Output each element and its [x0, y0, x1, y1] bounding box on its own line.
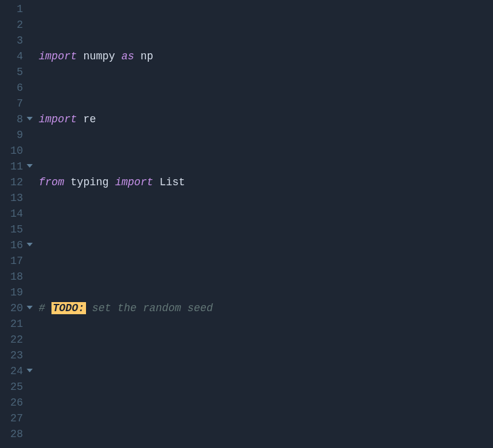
code-editor[interactable]: 1 2 3 4 5 6 7 8 9 10 11 12 13 14 15 16 1… [0, 0, 493, 448]
line-number: 1 [0, 1, 34, 17]
line-number: 2 [0, 17, 34, 33]
keyword-from: from [39, 176, 64, 188]
keyword-import: import [115, 176, 153, 188]
line-number: 21 [0, 316, 34, 332]
line-number: 7 [0, 96, 34, 111]
code-line[interactable] [34, 237, 415, 253]
todo-tag: TODO: [51, 302, 86, 314]
line-number-gutter: 1 2 3 4 5 6 7 8 9 10 11 12 13 14 15 16 1… [0, 0, 34, 448]
type-name: List [160, 176, 185, 188]
code-line[interactable] [34, 363, 415, 379]
code-line[interactable]: # TODO: set the random seed [34, 300, 415, 316]
fold-icon[interactable]: 20 [0, 300, 34, 316]
line-number: 12 [0, 174, 34, 190]
line-number: 4 [0, 48, 34, 64]
line-number: 5 [0, 64, 34, 80]
code-line[interactable]: import re [34, 111, 415, 127]
line-number: 23 [0, 348, 34, 363]
module-name: re [84, 113, 96, 125]
fold-icon[interactable]: 11 [0, 159, 34, 174]
fold-icon[interactable]: 24 [0, 363, 34, 379]
line-number: 18 [0, 269, 34, 285]
line-number: 27 [0, 410, 34, 426]
comment-text: set the random seed [86, 302, 213, 314]
line-number: 13 [0, 190, 34, 206]
line-number: 19 [0, 285, 34, 300]
line-number: 25 [0, 379, 34, 395]
fold-icon[interactable]: 16 [0, 237, 34, 253]
line-number: 3 [0, 33, 34, 48]
code-area[interactable]: import numpy as np import re from typing… [34, 0, 415, 448]
line-number: 26 [0, 395, 34, 410]
line-number: 28 [0, 426, 34, 442]
code-line[interactable]: import numpy as np [34, 48, 415, 64]
keyword-import: import [39, 113, 77, 125]
line-number: 10 [0, 143, 34, 159]
module-name: numpy [84, 50, 116, 62]
line-number: 9 [0, 127, 34, 143]
line-number: 22 [0, 332, 34, 348]
code-line[interactable] [34, 410, 415, 426]
keyword-import: import [39, 50, 77, 62]
code-line[interactable]: from typing import List [34, 174, 415, 190]
keyword-as: as [122, 50, 134, 62]
line-number: 14 [0, 206, 34, 222]
comment-start: # [39, 302, 51, 314]
alias: np [141, 50, 153, 62]
line-number: 15 [0, 222, 34, 237]
line-number: 17 [0, 253, 34, 269]
line-number: 6 [0, 80, 34, 96]
module-name: typing [71, 176, 109, 188]
fold-icon[interactable]: 8 [0, 111, 34, 127]
